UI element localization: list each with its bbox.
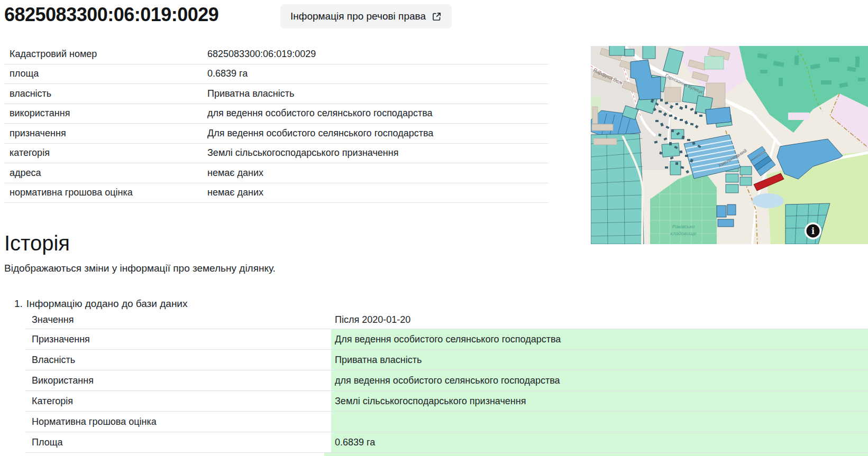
row-value: 6825083300:06:019:0029	[207, 49, 549, 60]
history-value-header: Після 2020-01-20	[331, 314, 868, 325]
row-value: Приватна власність	[207, 88, 549, 99]
table-row: адреса немає даних	[4, 163, 549, 183]
row-label: Кадастровий номер	[4, 49, 207, 60]
row-value: для ведення особистого селянського госпо…	[207, 108, 549, 119]
table-row: призначення Для ведення особистого селян…	[4, 124, 549, 144]
svg-text:кладовище: кладовище	[670, 230, 696, 236]
entry-title-text: Інформацію додано до бази даних	[26, 298, 188, 309]
history-row: Площа 0.6839 га	[25, 432, 868, 453]
row-value: Для ведення особистого селянського госпо…	[207, 128, 549, 139]
row-value: 0.6839 га	[207, 68, 549, 79]
map-info-button[interactable]: i	[805, 222, 821, 239]
row-value	[331, 412, 868, 432]
table-row: нормативна грошова оцінка немає даних	[4, 183, 549, 203]
row-value: немає даних	[207, 167, 549, 179]
history-row: Категорія Землі сільськогосподарського п…	[25, 391, 868, 412]
history-row: Використання для ведення особистого селя…	[25, 370, 868, 391]
row-value: Для ведення особистого селянського госпо…	[331, 329, 868, 349]
table-row: використання для ведення особистого селя…	[4, 104, 549, 124]
row-label: власність	[4, 88, 207, 99]
row-label: Нормативна грошова оцінка	[25, 412, 331, 432]
parcel-info-table: Кадастровий номер 6825083300:06:019:0029…	[4, 44, 549, 203]
row-label: площа	[4, 68, 207, 79]
history-row: Призначення Для ведення особистого селян…	[25, 329, 868, 350]
row-label: призначення	[4, 128, 207, 139]
history-param-header: Значення	[25, 314, 331, 325]
history-entry-title: 1.Інформацію додано до бази даних	[14, 298, 187, 310]
row-label: використання	[4, 108, 207, 119]
row-label: Призначення	[25, 329, 331, 349]
table-row: Кадастровий номер 6825083300:06:019:0029	[4, 44, 549, 64]
row-label: нормативна грошова оцінка	[4, 187, 207, 198]
table-row: власність Приватна власність	[4, 84, 549, 104]
property-rights-button[interactable]: Інформація про речові права	[280, 4, 452, 29]
history-header-row: Значення Після 2020-01-20	[25, 311, 868, 329]
row-value: 0.6839 га	[331, 432, 868, 452]
history-description: Відображаються зміни у інформації про зе…	[4, 263, 276, 274]
row-label: Власність	[25, 350, 331, 370]
row-label: Використання	[25, 370, 331, 390]
history-row: Власність Приватна власність	[25, 350, 868, 370]
entry-number: 1.	[14, 298, 23, 309]
svg-text:Раківське: Раківське	[672, 224, 695, 229]
property-rights-button-label: Інформація про речові права	[290, 11, 426, 22]
row-label: адреса	[4, 167, 207, 179]
table-row: категорія Землі сільськогосподарського п…	[4, 144, 549, 164]
info-icon: i	[811, 226, 815, 236]
row-value: Приватна власність	[331, 350, 868, 370]
history-table: Значення Після 2020-01-20 Призначення Дл…	[25, 311, 868, 456]
row-label: Категорія	[25, 391, 331, 411]
row-label: категорія	[4, 147, 207, 159]
history-row-partial	[25, 453, 868, 456]
cadastral-map[interactable]: Гарнізонна вулиця Народної Волі Хмельниц…	[591, 46, 868, 244]
row-value: Землі сільськогосподарського призначення	[331, 391, 868, 411]
page-title: 6825083300:06:019:0029	[4, 3, 218, 26]
row-label: Площа	[25, 432, 331, 452]
row-value: немає даних	[207, 187, 549, 198]
external-link-icon	[432, 12, 442, 22]
row-value: Землі сільськогосподарського призначення	[207, 147, 549, 159]
history-heading: Історія	[4, 230, 70, 256]
history-row: Нормативна грошова оцінка	[25, 412, 868, 432]
table-row: площа 0.6839 га	[4, 64, 549, 85]
cadastral-parcel-page: 6825083300:06:019:0029 Інформація про ре…	[0, 0, 868, 456]
row-value: для ведення особистого селянського госпо…	[331, 370, 868, 390]
